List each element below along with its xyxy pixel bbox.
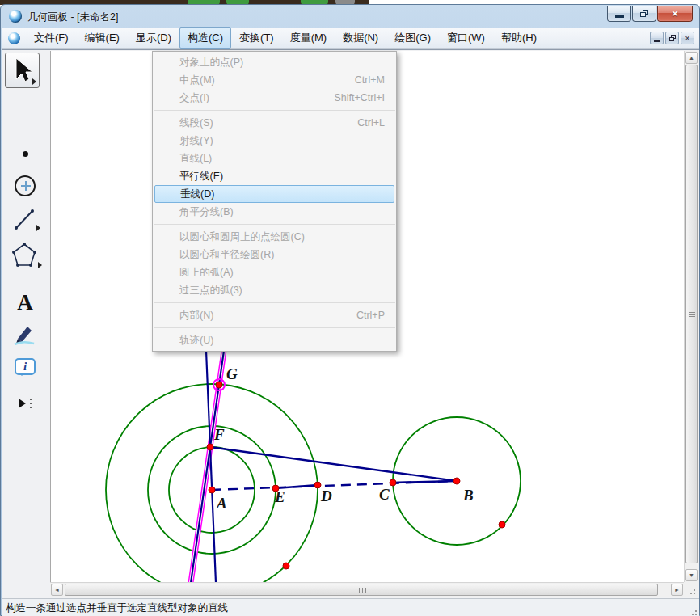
menu-transform[interactable]: 变换(T)	[231, 27, 282, 49]
text-tool[interactable]: A	[2, 289, 48, 315]
menu-item-midpoint[interactable]: 中点(M)Ctrl+M	[153, 71, 396, 89]
status-text: 构造一条通过选点并垂直于选定直线型对象的直线	[2, 601, 228, 615]
menu-file[interactable]: 文件(F)	[26, 27, 77, 49]
menu-item-segment[interactable]: 线段(S)Ctrl+L	[153, 114, 396, 132]
menubar: 文件(F) 编辑(E) 显示(D) 构造(C) 变换(T) 度量(M) 数据(N…	[2, 28, 699, 49]
menu-item-arc-through-3-points[interactable]: 过三点的弧(3)	[153, 281, 396, 299]
point-on-circle-b[interactable]	[499, 521, 505, 528]
restore-icon	[640, 10, 648, 17]
mdi-close-icon: ×	[685, 34, 690, 43]
label-e[interactable]: E	[274, 488, 285, 505]
resize-grip-icon[interactable]	[688, 599, 699, 616]
scroll-down-icon: ▼	[689, 572, 694, 578]
menu-separator	[154, 110, 395, 111]
menu-item-line[interactable]: 直线(L)	[153, 150, 396, 167]
close-button[interactable]: ×	[657, 6, 693, 22]
point-icon	[23, 151, 28, 157]
menu-item-interior[interactable]: 内部(N)Ctrl+P	[153, 306, 396, 324]
segment-fb[interactable]	[210, 447, 457, 481]
circle-icon	[15, 175, 36, 196]
scroll-down-button[interactable]: ▼	[685, 569, 698, 581]
menu-item-point-on-object[interactable]: 对象上的点(P)	[153, 53, 396, 71]
menu-construct[interactable]: 构造(C)	[179, 27, 231, 49]
horizontal-scrollbar-thumb[interactable]	[65, 584, 658, 596]
label-d[interactable]: D	[320, 487, 332, 504]
menu-item-circle-by-center-point[interactable]: 以圆心和圆周上的点绘圆(C)	[153, 228, 396, 246]
toolbox: A i	[2, 50, 48, 598]
vertical-scrollbar[interactable]: ▲ ▼	[684, 51, 698, 582]
mdi-close-button[interactable]: ×	[681, 32, 694, 44]
app-icon	[9, 10, 22, 23]
horizontal-scrollbar[interactable]: ◄ ►	[50, 582, 684, 597]
marker-icon	[11, 321, 39, 347]
scrollbar-grip-icon	[689, 311, 695, 319]
mdi-minimize-button[interactable]	[650, 32, 664, 44]
menu-display[interactable]: 显示(D)	[128, 27, 179, 49]
document-icon[interactable]	[8, 32, 20, 44]
label-a[interactable]: A	[216, 495, 227, 512]
information-tool[interactable]: i	[2, 352, 48, 380]
custom-tool-dots-icon	[30, 398, 32, 410]
close-icon: ×	[672, 7, 678, 19]
label-c[interactable]: C	[379, 486, 390, 503]
point-a[interactable]	[209, 487, 215, 493]
label-b[interactable]: B	[462, 487, 474, 504]
menu-item-locus[interactable]: 轨迹(U)	[153, 331, 396, 349]
vertical-scrollbar-thumb[interactable]	[685, 65, 698, 563]
minimize-button[interactable]	[607, 6, 631, 22]
titlebar[interactable]: 几何画板 - [未命名2] ×	[1, 5, 699, 27]
segment-icon	[11, 207, 39, 233]
mdi-minimize-icon	[654, 40, 660, 42]
point-d[interactable]	[314, 482, 321, 488]
scroll-right-icon: ►	[674, 587, 680, 593]
info-bubble-icon: i	[15, 358, 36, 375]
point-b[interactable]	[453, 478, 460, 484]
menu-item-parallel-line[interactable]: 平行线(E)	[153, 167, 396, 185]
scroll-up-button[interactable]: ▲	[685, 52, 698, 64]
menu-window[interactable]: 窗口(W)	[439, 27, 493, 49]
label-f[interactable]: F	[213, 426, 225, 443]
menu-separator	[154, 224, 395, 225]
minimize-icon	[615, 15, 624, 18]
point-c[interactable]	[390, 479, 396, 486]
compass-tool[interactable]	[2, 173, 48, 199]
scrollbar-grip-icon	[357, 588, 367, 593]
menu-separator	[154, 327, 395, 328]
mdi-restore-icon	[669, 35, 676, 41]
menu-item-perpendicular-line[interactable]: 垂线(D)	[154, 185, 394, 203]
restore-button[interactable]	[632, 6, 656, 22]
menu-item-circle-by-center-radius[interactable]: 以圆心和半径绘圆(R)	[153, 246, 396, 264]
straightedge-tool[interactable]	[2, 207, 48, 233]
custom-tool-icon	[19, 399, 26, 408]
flyout-arrow-icon	[36, 225, 40, 231]
construct-menu-popup: 对象上的点(P) 中点(M)Ctrl+M 交点(I)Shift+Ctrl+I 线…	[152, 51, 397, 352]
marker-tool[interactable]	[2, 320, 48, 348]
menu-data[interactable]: 数据(N)	[335, 27, 386, 49]
point-g[interactable]	[216, 382, 222, 388]
scroll-up-icon: ▲	[689, 55, 694, 61]
mdi-restore-button[interactable]	[665, 32, 679, 44]
scroll-right-button[interactable]: ►	[671, 584, 683, 596]
scroll-left-icon: ◄	[54, 587, 60, 593]
menu-item-ray[interactable]: 射线(Y)	[153, 132, 396, 150]
menu-help[interactable]: 帮助(H)	[493, 27, 545, 49]
point-on-outer-circle[interactable]	[283, 563, 289, 569]
menu-item-angle-bisector[interactable]: 角平分线(B)	[153, 203, 396, 221]
custom-tool[interactable]	[2, 391, 48, 416]
label-g[interactable]: G	[226, 365, 238, 382]
text-tool-icon: A	[17, 292, 33, 314]
statusbar: 构造一条通过选点并垂直于选定直线型对象的直线	[2, 598, 699, 616]
selection-arrow-tool[interactable]	[5, 53, 40, 88]
menu-graph[interactable]: 绘图(G)	[386, 27, 439, 49]
window-title: 几何画板 - [未命名2]	[27, 11, 119, 24]
menu-separator	[154, 302, 395, 303]
flyout-arrow-icon	[32, 78, 36, 85]
point-f[interactable]	[207, 444, 213, 450]
menu-item-arc-on-circle[interactable]: 圆上的弧(A)	[153, 264, 396, 281]
segment-cb[interactable]	[393, 481, 457, 483]
menu-edit[interactable]: 编辑(E)	[77, 27, 128, 49]
scrollbar-corner	[684, 582, 698, 597]
scroll-left-button[interactable]: ◄	[51, 584, 63, 596]
menu-item-intersection[interactable]: 交点(I)Shift+Ctrl+I	[153, 89, 396, 107]
menu-measure[interactable]: 度量(M)	[282, 27, 335, 49]
